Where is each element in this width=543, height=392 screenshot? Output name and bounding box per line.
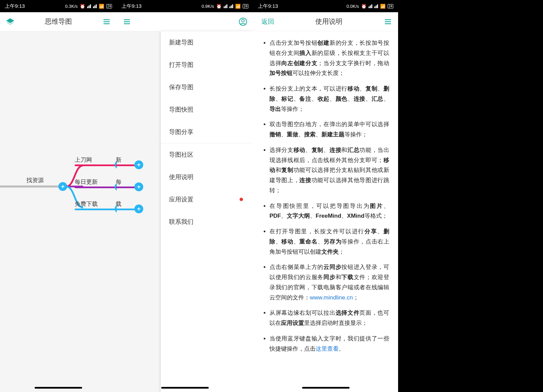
alarm-icon: ⏰ xyxy=(216,4,222,9)
signal-icon xyxy=(224,4,227,8)
page-title: 使用说明 xyxy=(274,17,383,26)
screen-mindmap: 上午9:13 0.3K/s ⏰ 📶 24 思维导图 找资源 + 上刀网 xyxy=(0,0,117,392)
help-bullet: 长按分支上的文本，可以进行移动、复制、删除、标记、备注、收起、颜色、连接、汇总、… xyxy=(269,84,389,114)
mindmap-canvas[interactable]: 找资源 + 上刀网 + 每日更新 + 免费下载 + xyxy=(0,31,117,392)
appbar xyxy=(117,12,253,31)
appbar: 返回 使用说明 xyxy=(253,12,398,31)
help-bullet: 当使用蓝牙键盘输入文字时，我们提供了一些快捷键操作，点击这里查看。 xyxy=(269,334,389,354)
wifi-icon: 📶 xyxy=(99,4,104,9)
menu-save[interactable]: 保存导图 xyxy=(161,76,253,98)
menu-new[interactable]: 新建导图 xyxy=(161,31,253,54)
signal-icon-2 xyxy=(229,4,233,8)
clock: 上午9:13 xyxy=(5,3,25,9)
statusbar: 上午9:13 0.3K/s ⏰ 📶 24 xyxy=(0,0,117,12)
menu-snapshot[interactable]: 导图快照 xyxy=(161,98,253,121)
help-bullet: 点击分支加号按钮创建新的分支，长按加号按钮在分支间插入新的层级，长按根支主干可以… xyxy=(269,38,389,78)
help-bullet: 点击右侧菜单上方的云同步按钮进入登录，可以使用我们的云服务同步和下载文件；欢迎登… xyxy=(269,262,389,302)
wifi-icon: 📶 xyxy=(235,4,241,9)
battery-icon: 24 xyxy=(388,4,393,8)
net-speed: 0.0K/s xyxy=(347,4,359,9)
home-indicator xyxy=(35,387,82,389)
statusbar: 上午9:13 0.0K/s ⏰ 📶 24 xyxy=(253,0,398,12)
svg-marker-0 xyxy=(7,19,14,23)
signal-icon xyxy=(369,4,372,8)
net-speed: 0.9K/s xyxy=(202,4,214,9)
help-bullet: 选择分支移动、复制、连接和汇总功能，当出现选择线框后，点击线框外其他分支即可；移… xyxy=(269,145,389,196)
menu-icon[interactable] xyxy=(383,17,393,26)
svg-point-8 xyxy=(242,19,244,22)
help-bullet: 双击导图空白地方，在弹出的菜单中可以选择撤销、重做、搜索、新建主题等操作； xyxy=(269,119,389,140)
root-branch-line xyxy=(0,185,61,188)
layers-icon[interactable] xyxy=(5,17,15,26)
menu-settings[interactable]: 应用设置 xyxy=(161,188,253,211)
home-indicator xyxy=(161,387,209,389)
appbar: 思维导图 xyxy=(0,12,117,31)
battery-icon: 24 xyxy=(243,4,248,8)
menu-share[interactable]: 导图分享 xyxy=(161,121,253,143)
help-bullet: 从屏幕边缘右划可以拉出选择文件页面，也可以在应用设置里选择启动时直接显示； xyxy=(269,308,389,328)
net-speed: 0.3K/s xyxy=(65,4,78,9)
user-icon[interactable] xyxy=(238,17,248,26)
alarm-icon: ⏰ xyxy=(80,4,85,9)
help-bullet: 在打开导图里，长按文件可以进行分享、删除、移动、重命名、另存为等操作，点击右上角… xyxy=(269,227,389,257)
menu-help[interactable]: 使用说明 xyxy=(161,166,253,188)
side-menu: 新建导图 打开导图 保存导图 导图快照 导图分享 导图社区 使用说明 应用设置 … xyxy=(161,31,253,392)
menu-canvas[interactable]: 新 + 每 + 载 + 新建导图 打开导图 保存导图 导图快照 导图分享 导图社… xyxy=(117,31,253,392)
screen-help: 上午9:13 0.0K/s ⏰ 📶 24 返回 使用说明 点击分支加号按钮创建新… xyxy=(253,0,398,392)
battery-icon: 24 xyxy=(106,4,112,8)
page-title: 思维导图 xyxy=(15,17,102,26)
help-content[interactable]: 点击分支加号按钮创建新的分支，长按加号按钮在分支间插入新的层级，长按根支主干可以… xyxy=(253,31,398,392)
screen-menu: 上午9:13 0.9K/s ⏰ 📶 24 新 + 每 + xyxy=(117,0,253,392)
root-label[interactable]: 找资源 xyxy=(26,176,44,184)
wifi-icon: 📶 xyxy=(380,4,386,9)
statusbar: 上午9:13 0.9K/s ⏰ 📶 24 xyxy=(117,0,253,12)
home-indicator xyxy=(302,387,350,389)
menu-icon[interactable] xyxy=(102,17,111,26)
help-bullet: 在导图快照里，可以把导图导出为图片、PDF、文字大纲、FreeMind、XMin… xyxy=(269,201,389,221)
notification-dot-icon xyxy=(240,198,243,201)
menu-community[interactable]: 导图社区 xyxy=(161,143,253,166)
clock: 上午9:13 xyxy=(121,3,142,9)
menu-contact[interactable]: 联系我们 xyxy=(161,211,253,233)
menu-icon[interactable] xyxy=(122,17,132,26)
menu-open[interactable]: 打开导图 xyxy=(161,54,253,76)
signal-icon xyxy=(87,4,91,8)
alarm-icon: ⏰ xyxy=(361,4,367,9)
signal-icon-2 xyxy=(93,4,97,8)
back-button[interactable]: 返回 xyxy=(261,17,274,26)
clock: 上午9:13 xyxy=(258,3,278,9)
signal-icon-2 xyxy=(374,4,378,8)
